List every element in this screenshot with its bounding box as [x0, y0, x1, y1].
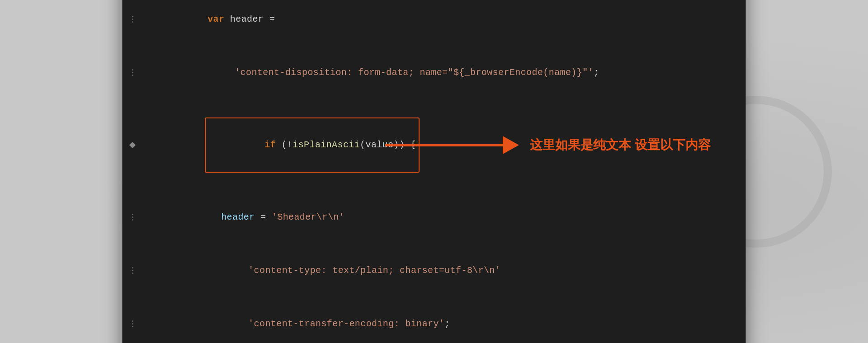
fold-icon-7 [129, 214, 136, 221]
code-line-4: var header = [123, 0, 745, 46]
method-isplain: isPlainAscii [292, 140, 360, 150]
code-line-8: 'content-type: text/plain; charset=utf-8… [123, 244, 745, 297]
line-content-9: 'content-transfer-encoding: binary'; [142, 298, 745, 343]
gutter-7 [123, 214, 142, 221]
keyword-var: var [208, 14, 224, 24]
fold-icon-5 [129, 70, 136, 76]
assign-op: = [255, 212, 272, 222]
arrow-shaft [385, 144, 503, 146]
code-line-6: if (!isPlainAscii(value)) { 这里如果是纯文本 设置以… [123, 99, 745, 191]
string-header-rn: '$header\r\n' [272, 212, 344, 222]
var-header-assign: header [221, 212, 255, 222]
arrow-annotation [385, 136, 519, 154]
gutter-5 [123, 70, 142, 76]
gutter-9 [123, 321, 142, 327]
string-content-type: 'content-type: text/plain; charset=utf-8… [248, 265, 500, 276]
semicolon-9: ; [444, 319, 450, 329]
keyword-if: if [264, 140, 281, 150]
gutter-4 [123, 16, 142, 23]
gutter-6 [123, 142, 142, 148]
fold-icon-4 [129, 16, 136, 23]
code-panel: /// Returns the header string for a fiel… [122, 0, 746, 343]
line-content-4: var header = [142, 0, 745, 45]
fold-icon-8 [129, 268, 136, 274]
line-content-5: 'content-disposition: form-data; name="$… [142, 47, 745, 99]
fold-icon-6[interactable] [129, 142, 136, 148]
gutter-8 [123, 268, 142, 274]
code-lines: /// Returns the header string for a fiel… [123, 0, 745, 343]
fold-icon-9 [129, 321, 136, 327]
code-line-9: 'content-transfer-encoding: binary'; [123, 297, 745, 343]
semicolon-5: ; [594, 67, 599, 78]
line-content-8: 'content-type: text/plain; charset=utf-8… [142, 245, 745, 296]
arrow-head [503, 136, 519, 154]
code-line-5: 'content-disposition: form-data; name="$… [123, 46, 745, 99]
if-paren-open: (! [281, 140, 292, 150]
line-content-7: header = '$header\r\n' [142, 192, 745, 243]
string-content-disp: 'content-disposition: form-data; name="$… [235, 67, 594, 78]
code-line-7: header = '$header\r\n' [123, 191, 745, 244]
string-content-transfer: 'content-transfer-encoding: binary' [248, 319, 444, 329]
var-name: header = [224, 14, 275, 24]
annotation-text: 这里如果是纯文本 设置以下内容 [530, 136, 711, 154]
